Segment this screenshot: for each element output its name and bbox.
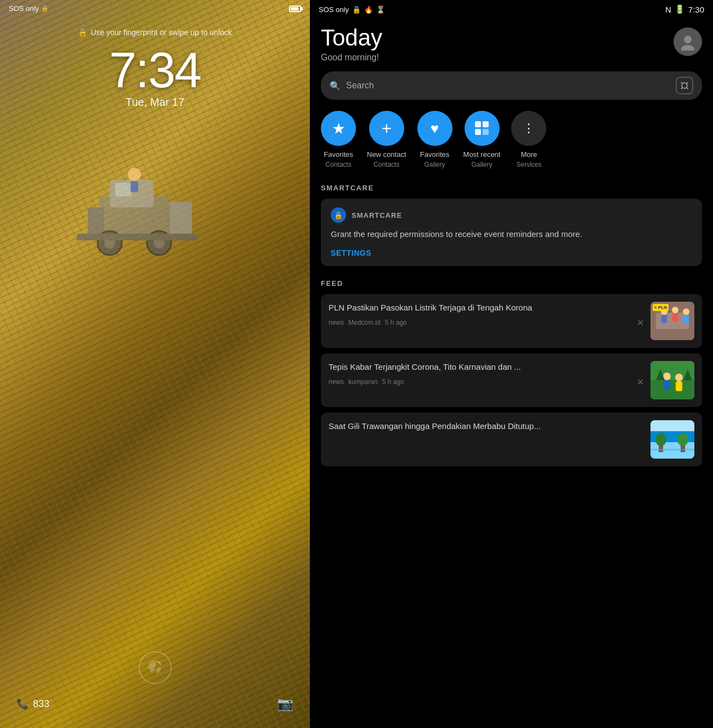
quick-action-favorites-contacts[interactable]: ★ Favorites Contacts (321, 111, 356, 168)
more-services-label: More (521, 150, 537, 160)
favorites-gallery-label: Favorites (420, 150, 449, 160)
svg-line-16 (687, 82, 688, 83)
pln-logo: ≡ PLN (653, 304, 669, 311)
today-time: 7:30 (688, 5, 704, 14)
fingerprint-icon[interactable] (139, 651, 172, 684)
favorites-contacts-label: Favorites (324, 150, 353, 160)
svg-point-29 (683, 308, 689, 315)
lock-battery-icon (289, 5, 301, 12)
more-dots-icon: ⋮ (523, 121, 535, 136)
feed-item-2-text: Tepis Kabar Terjangkit Corona, Tito Karn… (329, 361, 644, 387)
feed-item-1-image: ≡ PLN (650, 302, 694, 340)
lock-bottom-bar: 📞 833 📷 (0, 685, 310, 728)
search-bar[interactable]: 🔍 Search (321, 71, 702, 100)
feed-item-3-image (650, 420, 694, 459)
lock-battery-area (289, 5, 301, 12)
today-title-area: Today Good morning! (321, 25, 382, 63)
search-icon: 🔍 (330, 81, 341, 91)
svg-rect-22 (483, 129, 489, 135)
smartcare-card-title: SMARTCARE (352, 211, 402, 219)
most-recent-circle (465, 111, 500, 146)
feed-item-2-category: news (329, 378, 344, 386)
fingerprint-area[interactable] (139, 651, 172, 684)
feed-item-1-category: news (329, 319, 344, 326)
svg-rect-1 (88, 207, 104, 235)
today-nfc-icon: N (665, 5, 671, 14)
feed-item-1[interactable]: PLN Pastikan Pasokan Listrik Terjaga di … (321, 294, 702, 348)
svg-point-10 (128, 168, 141, 181)
svg-point-27 (672, 307, 678, 313)
feed-item-2[interactable]: Tepis Kabar Terjangkit Corona, Tito Karn… (321, 353, 702, 407)
today-status-bar: SOS only 🔒 🔥 ⌛ N 🔋 7:30 (310, 0, 713, 16)
lock-phone-area[interactable]: 📞 833 (16, 698, 49, 710)
svg-line-18 (687, 88, 688, 89)
lock-time: 7:34 (109, 42, 201, 99)
svg-line-17 (681, 88, 682, 89)
today-screen: SOS only 🔒 🔥 ⌛ N 🔋 7:30 Today Good morni… (310, 0, 713, 728)
search-input-area[interactable]: 🔍 Search (330, 81, 670, 91)
new-contact-label: New contact (367, 150, 406, 160)
corona-image-svg (650, 361, 694, 399)
lock-hint-icon: 🔒 (78, 28, 87, 37)
favorites-contacts-sublabel: Contacts (325, 161, 351, 168)
svg-point-12 (684, 36, 692, 43)
quick-action-favorites-gallery[interactable]: ♥ Favorites Gallery (417, 111, 452, 168)
feed-item-2-source: kumparan (348, 378, 377, 386)
feed-item-2-time: 5 h ago (382, 378, 404, 386)
lock-sos-indicator: SOS only 🔒 (9, 4, 49, 13)
new-contact-sublabel: Contacts (374, 161, 399, 168)
svg-rect-28 (672, 313, 678, 321)
lock-wallpaper-area (0, 109, 310, 685)
quick-action-more-services[interactable]: ⋮ More Services (511, 111, 546, 168)
star-icon: ★ (332, 120, 346, 138)
feed-img-gili (650, 420, 694, 459)
avatar[interactable] (674, 27, 702, 56)
favorites-contacts-circle: ★ (321, 111, 356, 146)
feed-item-2-close[interactable]: ✕ (637, 377, 644, 387)
feed-item-1-close[interactable]: ✕ (637, 318, 644, 328)
svg-rect-30 (683, 315, 689, 323)
smartcare-settings-button[interactable]: SETTINGS (331, 249, 692, 257)
today-sos-text: SOS only (319, 5, 349, 14)
favorites-gallery-sublabel: Gallery (425, 161, 445, 168)
search-placeholder: Search (346, 81, 670, 91)
smartcare-card: 🔒 SMARTCARE Grant the required permissio… (321, 199, 702, 266)
today-content: Today Good morning! 🔍 Search (310, 16, 713, 728)
quick-action-new-contact[interactable]: + New contact Contacts (367, 111, 406, 168)
today-hourglass-icon: ⌛ (376, 5, 385, 14)
smartcare-card-header: 🔒 SMARTCARE (331, 207, 692, 223)
plus-icon: + (381, 118, 392, 139)
feed-item-1-time: 5 h ago (385, 319, 407, 326)
svg-rect-9 (77, 234, 197, 240)
today-status-right: N 🔋 7:30 (665, 4, 704, 14)
feed-item-3[interactable]: Saat Gili Trawangan hingga Pendakian Mer… (321, 413, 702, 466)
svg-point-13 (681, 45, 694, 50)
today-fire-icon: 🔥 (364, 5, 373, 14)
smartcare-section-header: SMARTCARE (321, 184, 702, 192)
lock-sos-text: SOS only (9, 4, 39, 13)
more-services-sublabel: Services (516, 161, 541, 168)
lock-hint-text: Use your fingerprint or swipe up to unlo… (90, 28, 232, 37)
gallery-icon (474, 120, 490, 137)
svg-point-44 (655, 433, 666, 446)
feed-item-1-text: PLN Pastikan Pasokan Listrik Terjaga di … (329, 302, 644, 328)
svg-rect-2 (170, 202, 192, 235)
svg-rect-26 (661, 315, 667, 323)
visual-search-button[interactable] (676, 77, 693, 94)
feed-item-1-title: PLN Pastikan Pasokan Listrik Terjaga di … (329, 302, 644, 313)
svg-rect-11 (131, 181, 138, 192)
smartcare-icon: 🔒 (331, 207, 346, 223)
svg-point-46 (677, 433, 688, 446)
quick-action-most-recent[interactable]: Most recent Gallery (463, 111, 501, 168)
feed-item-2-meta: news kumparan 5 h ago ✕ (329, 377, 644, 387)
svg-rect-20 (483, 121, 489, 127)
feed-item-3-title: Saat Gili Trawangan hingga Pendakian Mer… (329, 420, 644, 432)
today-title: Today (321, 25, 382, 50)
lens-icon (680, 81, 689, 90)
smartcare-card-text: Grant the required permissions to receiv… (331, 228, 692, 241)
most-recent-sublabel: Gallery (472, 161, 493, 168)
feed-item-2-image (650, 361, 694, 399)
lock-camera-icon[interactable]: 📷 (277, 696, 293, 712)
lock-status-bar: SOS only 🔒 (0, 0, 310, 17)
lock-screen[interactable]: SOS only 🔒 🔒 Use your fingerprint or swi… (0, 0, 310, 728)
